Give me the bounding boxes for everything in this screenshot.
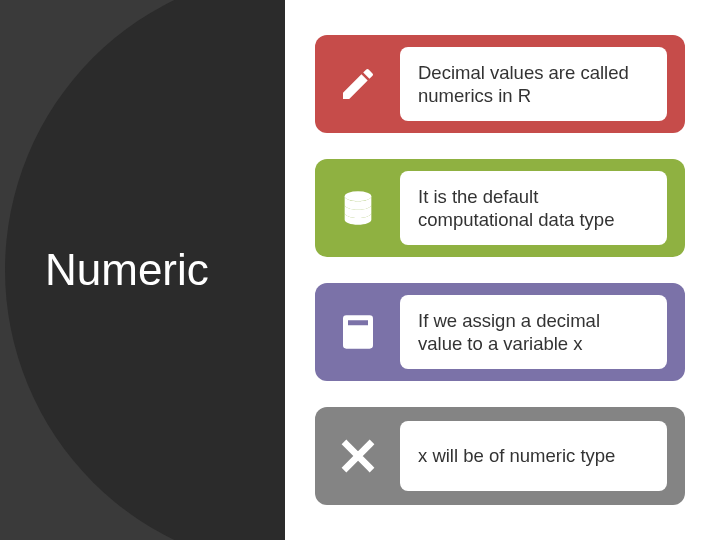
pencil-icon bbox=[315, 64, 400, 104]
cross-icon bbox=[315, 436, 400, 476]
card-text: It is the default computational data typ… bbox=[400, 171, 667, 245]
info-card: If we assign a decimal value to a variab… bbox=[315, 283, 685, 381]
left-panel: Numeric bbox=[0, 0, 285, 540]
card-text: If we assign a decimal value to a variab… bbox=[400, 295, 667, 369]
calculator-icon bbox=[315, 312, 400, 352]
info-card: Decimal values are called numerics in R bbox=[315, 35, 685, 133]
info-card: It is the default computational data typ… bbox=[315, 159, 685, 257]
slide-title: Numeric bbox=[45, 245, 209, 295]
database-icon bbox=[315, 188, 400, 228]
info-card: x will be of numeric type bbox=[315, 407, 685, 505]
card-text: x will be of numeric type bbox=[400, 421, 667, 491]
svg-point-0 bbox=[344, 191, 371, 201]
card-text: Decimal values are called numerics in R bbox=[400, 47, 667, 121]
slide: Numeric Decimal values are called numeri… bbox=[0, 0, 720, 540]
cards-panel: Decimal values are called numerics in R … bbox=[285, 0, 720, 540]
